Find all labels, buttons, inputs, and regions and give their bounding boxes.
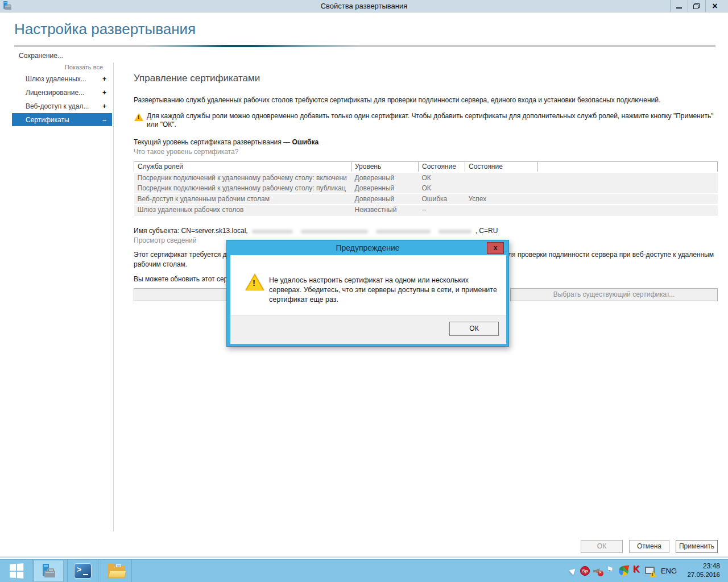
- show-all-link[interactable]: Показать все: [34, 64, 103, 70]
- sidebar-item-label: Лицензирование...: [26, 89, 102, 97]
- windows-logo-icon: [10, 563, 23, 579]
- volume-muted-icon[interactable]: [593, 567, 602, 576]
- cell-extra: [538, 194, 718, 205]
- cell-role: Веб-доступ к удаленным рабочим столам: [134, 194, 351, 205]
- cell-state1: --: [419, 205, 465, 215]
- expand-icon[interactable]: +: [102, 89, 106, 97]
- cell-state1: ОК: [419, 183, 465, 194]
- date-text: 27.05.2016: [680, 571, 720, 579]
- warning-dialog: Предупреждение x Не удалось настроить се…: [226, 240, 509, 347]
- sidebar-item-label: Шлюз удаленных...: [26, 75, 102, 83]
- table-row[interactable]: Веб-доступ к удаленным рабочим столам До…: [134, 194, 718, 205]
- clock[interactable]: 23:48 27.05.2016: [680, 562, 720, 579]
- taskbar: Sp ⚑ K ENG 23:48 27.05.2016: [0, 559, 728, 582]
- redacted-text: [376, 230, 431, 234]
- redacted-text: [301, 230, 368, 234]
- cell-state2: Успех: [465, 194, 538, 205]
- warning-triangle-icon: [245, 273, 264, 290]
- cell-level: Неизвестный: [351, 205, 419, 215]
- show-hidden-icons-button[interactable]: [568, 567, 575, 576]
- table-header-row: Служба ролей Уровень Состояние Состояние: [134, 162, 718, 172]
- table-row[interactable]: Шлюз удаленных рабочих столов Неизвестны…: [134, 205, 718, 215]
- network-warning-icon[interactable]: [645, 567, 655, 576]
- action-center-flag-icon[interactable]: ⚑: [606, 565, 614, 574]
- cell-extra: [538, 172, 718, 183]
- col-header-level[interactable]: Уровень: [351, 162, 419, 172]
- sidebar-item-licensing[interactable]: Лицензирование... +: [12, 86, 112, 99]
- start-button[interactable]: [0, 560, 32, 582]
- subject-suffix: , C=RU: [475, 227, 498, 235]
- cell-state2: [465, 205, 538, 215]
- language-indicator[interactable]: ENG: [659, 567, 679, 575]
- subject-name-line: Имя субъекта: CN=server.sk13.local,, C=R…: [134, 227, 498, 235]
- close-button[interactable]: ×: [705, 0, 724, 12]
- window-title: Свойства развертывания: [0, 0, 728, 13]
- view-details-link[interactable]: Просмотр сведений: [134, 236, 197, 244]
- table-row[interactable]: Посредник подключений к удаленному рабоч…: [134, 183, 718, 194]
- select-existing-certificate-button[interactable]: Выбрать существующий сертификат...: [510, 288, 718, 301]
- header-accent-bar: [14, 45, 715, 47]
- role-warning-line2: или "ОК".: [147, 120, 713, 129]
- sidebar-item-rd-web-access[interactable]: Веб-доступ к удал... +: [12, 99, 112, 113]
- save-status-text: Сохранение...: [19, 52, 63, 60]
- cert-required-line2: рабочим столам.: [134, 260, 187, 268]
- apply-button[interactable]: Применить: [676, 540, 718, 553]
- redacted-text: [252, 230, 293, 234]
- updater-tray-icon[interactable]: [619, 566, 628, 576]
- cell-role: Посредник подключений к удаленному рабоч…: [134, 172, 351, 183]
- sidebar-item-label: Сертификаты: [26, 116, 102, 124]
- dialog-title: Предупреждение: [227, 240, 508, 255]
- dialog-message-line3: сертификат еще раз.: [269, 295, 514, 305]
- cell-state1: Ошибка: [419, 194, 465, 205]
- col-header-state-2[interactable]: Состояние: [465, 162, 538, 172]
- ok-button[interactable]: ОК: [581, 540, 623, 553]
- col-header-role-service[interactable]: Служба ролей: [134, 162, 351, 172]
- subject-prefix: Имя субъекта: CN=server.sk13.local,: [134, 227, 248, 235]
- server-manager-icon: [42, 564, 56, 579]
- file-explorer-icon: [107, 564, 125, 578]
- cell-level: Доверенный: [351, 172, 419, 183]
- certificate-level-line: Текущий уровень сертификата развертывани…: [134, 138, 318, 146]
- taskbar-file-explorer-button[interactable]: [101, 560, 132, 582]
- level-value: Ошибка: [292, 138, 318, 146]
- role-warning-text: Для каждой службы роли можно одновременн…: [147, 112, 713, 129]
- cancel-button[interactable]: Отмена: [629, 540, 669, 553]
- sidebar-item-certificates[interactable]: Сертификаты –: [12, 113, 112, 126]
- redacted-text: [439, 230, 471, 234]
- taskbar-server-manager-button[interactable]: [33, 560, 64, 582]
- sidebar-item-rd-gateway[interactable]: Шлюз удаленных... +: [12, 72, 112, 85]
- create-certificate-button[interactable]: [134, 288, 229, 301]
- dialog-ok-button[interactable]: ОК: [449, 322, 499, 336]
- minimize-button[interactable]: [670, 0, 687, 12]
- dialog-message: Не удалось настроить сертификат на одном…: [269, 276, 514, 305]
- powershell-icon: [74, 563, 92, 579]
- dialog-body: Не удалось настроить сертификат на одном…: [230, 255, 506, 344]
- col-header-empty[interactable]: [538, 162, 718, 172]
- expand-icon[interactable]: +: [102, 75, 106, 83]
- restore-button[interactable]: [688, 0, 705, 12]
- network-warning-badge: [650, 571, 656, 577]
- cell-state2: [465, 172, 538, 183]
- spybot-tray-icon[interactable]: Sp: [580, 566, 590, 576]
- sidebar-divider: [113, 63, 114, 531]
- certificates-table: Служба ролей Уровень Состояние Состояние…: [134, 161, 718, 215]
- collapse-icon[interactable]: –: [102, 116, 106, 124]
- what-is-level-link[interactable]: Что такое уровень сертификата?: [134, 148, 238, 156]
- expand-icon[interactable]: +: [102, 102, 106, 110]
- section-heading: Управление сертификатами: [134, 73, 260, 84]
- taskbar-powershell-button[interactable]: [67, 560, 98, 582]
- cell-level: Доверенный: [351, 183, 419, 194]
- sidebar-item-label: Веб-доступ к удал...: [26, 102, 102, 110]
- mute-badge: [598, 571, 603, 576]
- intro-text: Развертыванию служб удаленных рабочих ст…: [134, 96, 660, 104]
- col-header-state-1[interactable]: Состояние: [419, 162, 465, 172]
- window-bottom-edge: [0, 556, 728, 558]
- kaspersky-tray-icon[interactable]: K: [633, 564, 640, 575]
- cert-required-right: ля проверки подлинности сервера при веб-…: [508, 251, 714, 259]
- level-prefix: Текущий уровень сертификата развертывани…: [134, 138, 292, 146]
- dialog-close-button[interactable]: x: [487, 242, 504, 254]
- dialog-message-line1: Не удалось настроить сертификат на одном…: [269, 276, 514, 285]
- table-row[interactable]: Посредник подключений к удаленному рабоч…: [134, 172, 718, 183]
- renew-text: Вы можете обновить этот сер: [134, 275, 228, 283]
- cell-extra: [538, 183, 718, 194]
